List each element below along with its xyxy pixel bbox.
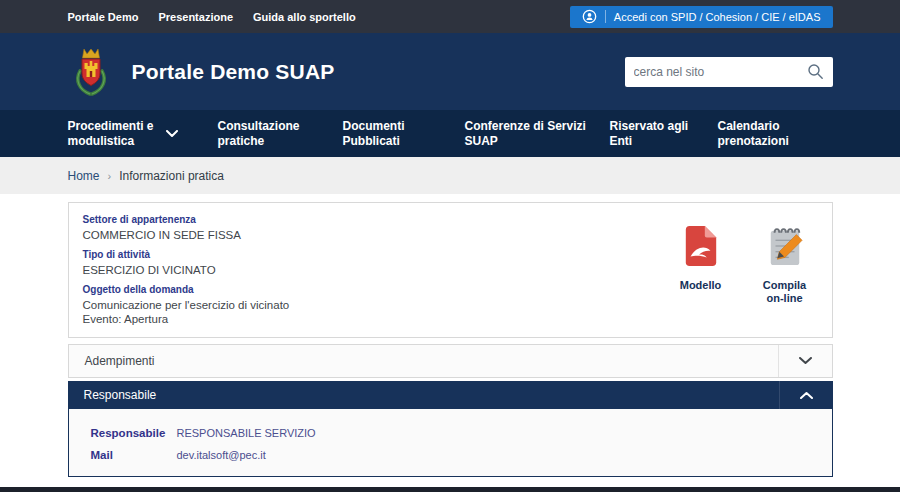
topbar-link-portale-demo[interactable]: Portale Demo	[68, 11, 139, 23]
compila-online-label: Compila on-line	[763, 279, 806, 305]
field-label: Settore di appartenenza	[83, 214, 672, 226]
pdf-document-icon	[682, 224, 720, 272]
breadcrumb-bar: Home › Informazioni pratica	[0, 157, 900, 194]
compila-online-button[interactable]: Compila on-line	[756, 224, 814, 305]
municipal-coat-of-arms-logo[interactable]	[68, 45, 114, 99]
compila-line2: on-line	[766, 292, 802, 304]
breadcrumb-home-link[interactable]: Home	[68, 169, 100, 183]
nav-label: Riservato agli	[610, 119, 689, 134]
nav-label: Pubblicati	[343, 134, 405, 149]
chevron-up-icon[interactable]	[779, 381, 833, 409]
detail-label: Mail	[91, 449, 177, 461]
page: Portale Demo Presentazione Guida allo sp…	[0, 0, 900, 495]
top-utility-bar: Portale Demo Presentazione Guida allo sp…	[0, 0, 900, 33]
nav-item-consultazione-pratiche[interactable]: Consultazionepratiche	[218, 119, 343, 149]
field-label: Oggetto della domanda	[83, 284, 672, 296]
site-header: Portale Demo SUAP	[0, 33, 900, 110]
nav-label: SUAP	[465, 134, 586, 149]
nav-item-conferenze-di-servizi-suap[interactable]: Conferenze di ServiziSUAP	[465, 119, 610, 149]
practice-info-card: Settore di appartenenza COMMERCIO IN SED…	[68, 202, 833, 338]
detail-value: RESPONSABILE SERVIZIO	[177, 427, 316, 439]
footer-top-edge	[0, 487, 900, 492]
topbar-link-presentazione[interactable]: Presentazione	[158, 11, 233, 23]
modello-label: Modello	[680, 279, 722, 292]
compila-line1: Compila	[763, 279, 806, 291]
accordion-title: Responsabile	[68, 388, 779, 402]
field-value: Evento: Apertura	[83, 312, 672, 326]
nav-label: Calendario	[718, 119, 789, 134]
responsabile-row: Responsabile RESPONSABILE SERVIZIO	[69, 422, 832, 444]
field-settore: Settore di appartenenza COMMERCIO IN SED…	[83, 214, 672, 242]
search-icon[interactable]	[807, 63, 824, 80]
field-value: Comunicazione per l'esercizio di vicinat…	[83, 298, 672, 312]
field-label: Tipo di attività	[83, 249, 672, 261]
practice-actions: Modello	[672, 214, 818, 326]
responsabile-panel: Responsabile RESPONSABILE SERVIZIO Mail …	[68, 409, 833, 477]
notepad-pencil-icon	[766, 224, 804, 272]
nav-label: Documenti	[343, 119, 405, 134]
accordion-title: Adempimenti	[69, 354, 778, 368]
chevron-down-icon	[166, 130, 178, 138]
field-oggetto-domanda: Oggetto della domanda Comunicazione per …	[83, 284, 672, 326]
detail-label: Responsabile	[91, 427, 177, 439]
accordion-responsabile-header[interactable]: Responsabile	[68, 381, 833, 409]
nav-label: Enti	[610, 134, 689, 149]
nav-item-riservato-agli-enti[interactable]: Riservato agliEnti	[610, 119, 718, 149]
breadcrumb-separator: ›	[108, 170, 112, 182]
nav-item-calendario-prenotazioni[interactable]: Calendarioprenotazioni	[718, 119, 833, 149]
nav-label: modulistica	[68, 134, 154, 149]
main-navigation: Procedimenti emodulistica Consultazionep…	[0, 110, 900, 157]
field-value: ESERCIZIO DI VICINATO	[83, 263, 672, 277]
search-input[interactable]	[634, 65, 807, 79]
accordion-adempimenti-header[interactable]: Adempimenti	[68, 344, 833, 378]
nav-label: Consultazione	[218, 119, 300, 134]
field-tipo-attivita: Tipo di attività ESERCIZIO DI VICINATO	[83, 249, 672, 277]
modello-download-button[interactable]: Modello	[672, 224, 730, 292]
nav-label: Procedimenti e	[68, 119, 154, 134]
nav-item-documenti-pubblicati[interactable]: DocumentiPubblicati	[343, 119, 465, 149]
breadcrumb: Home › Informazioni pratica	[68, 157, 833, 194]
button-divider	[605, 10, 606, 23]
spid-icon	[582, 9, 597, 24]
spid-login-label: Accedi con SPID / Cohesion / CIE / eIDAS	[614, 11, 821, 23]
topbar-link-guida-allo-sportello[interactable]: Guida allo sportello	[253, 11, 356, 23]
detail-value: dev.italsoft@pec.it	[177, 449, 266, 461]
nav-label: pratiche	[218, 134, 300, 149]
nav-label: Conferenze di Servizi	[465, 119, 586, 134]
practice-fields: Settore di appartenenza COMMERCIO IN SED…	[83, 214, 672, 326]
field-value: COMMERCIO IN SEDE FISSA	[83, 228, 672, 242]
main-content: Settore di appartenenza COMMERCIO IN SED…	[68, 194, 833, 477]
site-search-box	[625, 57, 833, 87]
spid-login-button[interactable]: Accedi con SPID / Cohesion / CIE / eIDAS	[570, 6, 833, 28]
accordion-group: Adempimenti Responsabile Responsabile RE…	[68, 344, 833, 477]
nav-item-procedimenti-e-modulistica[interactable]: Procedimenti emodulistica	[68, 119, 218, 149]
site-title: Portale Demo SUAP	[132, 60, 335, 84]
nav-label: prenotazioni	[718, 134, 789, 149]
breadcrumb-current: Informazioni pratica	[119, 169, 224, 183]
mail-row: Mail dev.italsoft@pec.it	[69, 444, 832, 466]
chevron-down-icon[interactable]	[778, 345, 832, 377]
